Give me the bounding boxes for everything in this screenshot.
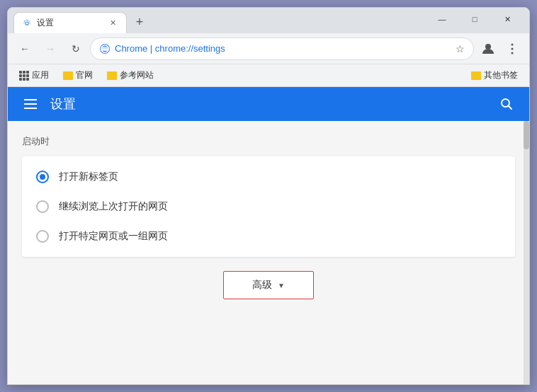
bookmarks-bar: 应用 官网 参考网站 其他书签: [8, 64, 529, 87]
bookmark-others[interactable]: 其他书签: [465, 68, 524, 83]
bookmark-official-label: 官网: [76, 69, 93, 81]
settings-header: 设置: [8, 87, 529, 121]
svg-rect-10: [26, 74, 29, 77]
title-bar: 设置 ✕ + — □ ✕: [8, 8, 529, 33]
bookmark-others-label: 其他书签: [484, 69, 518, 81]
svg-rect-7: [26, 71, 29, 74]
bookmark-official[interactable]: 官网: [57, 68, 98, 83]
folder-icon-others: [471, 71, 481, 80]
settings-content: 启动时 打开新标签页 继续浏览上次打开的网页 打开特定网页或一: [8, 121, 529, 384]
radio-option-2[interactable]: 继续浏览上次打开的网页: [22, 192, 515, 221]
window-controls: — □ ✕: [426, 9, 524, 29]
advanced-button[interactable]: 高级 ▼: [223, 271, 314, 299]
startup-section: 启动时 打开新标签页 继续浏览上次打开的网页 打开特定网页或一: [22, 135, 515, 299]
forward-button[interactable]: →: [39, 38, 62, 60]
minimize-button[interactable]: —: [426, 9, 458, 29]
bookmark-star[interactable]: ☆: [456, 43, 465, 54]
svg-rect-12: [23, 78, 26, 81]
new-tab-button[interactable]: +: [130, 12, 149, 32]
back-button[interactable]: ←: [13, 38, 36, 60]
svg-rect-8: [19, 74, 22, 77]
bookmark-reference[interactable]: 参考网站: [101, 68, 159, 83]
close-button[interactable]: ✕: [491, 9, 524, 29]
nav-actions: [477, 38, 524, 60]
radio-dot-1: [40, 174, 45, 180]
menu-button[interactable]: [501, 38, 524, 60]
svg-rect-5: [19, 71, 22, 74]
tab-close-button[interactable]: ✕: [106, 17, 119, 30]
hamburger-icon: [24, 99, 37, 109]
active-tab[interactable]: 设置 ✕: [13, 12, 127, 33]
navigation-bar: ← → ↻ Chrome | chrome://settings ☆: [8, 33, 529, 64]
scrollbar[interactable]: [524, 121, 529, 384]
radio-option-1[interactable]: 打开新标签页: [22, 162, 515, 192]
hamburger-menu-button[interactable]: [19, 93, 42, 115]
folder-icon-official: [63, 71, 73, 80]
radio-label-1: 打开新标签页: [59, 171, 118, 183]
section-label: 启动时: [22, 135, 515, 148]
radio-option-3[interactable]: 打开特定网页或一组网页: [22, 221, 515, 251]
address-text: Chrome | chrome://settings: [115, 43, 451, 54]
maximize-button[interactable]: □: [458, 9, 491, 29]
advanced-button-label: 高级: [252, 279, 272, 292]
folder-icon-reference: [107, 71, 117, 80]
scrollbar-thumb[interactable]: [524, 121, 529, 149]
settings-search-button[interactable]: [495, 93, 518, 115]
address-bar[interactable]: Chrome | chrome://settings ☆: [90, 38, 474, 60]
svg-point-2: [511, 43, 514, 45]
radio-circle-1: [36, 171, 49, 183]
bookmark-reference-label: 参考网站: [120, 69, 154, 81]
dropdown-arrow-icon: ▼: [278, 282, 285, 289]
site-icon: [99, 43, 111, 54]
svg-rect-9: [23, 74, 26, 77]
profile-button[interactable]: [477, 38, 499, 60]
tab-title: 设置: [37, 17, 102, 29]
settings-header-title: 设置: [50, 96, 76, 113]
advanced-area: 高级 ▼: [22, 271, 515, 299]
svg-rect-11: [19, 78, 22, 81]
startup-options-card: 打开新标签页 继续浏览上次打开的网页 打开特定网页或一组网页: [22, 156, 515, 257]
radio-circle-2: [36, 200, 49, 213]
bookmark-apps[interactable]: 应用: [13, 68, 55, 83]
radio-circle-3: [36, 230, 49, 243]
radio-label-2: 继续浏览上次打开的网页: [59, 200, 168, 213]
refresh-button[interactable]: ↻: [64, 38, 87, 60]
svg-line-15: [509, 106, 512, 110]
browser-window: 设置 ✕ + — □ ✕ ← → ↻ Chrome | chrome://set…: [7, 7, 530, 385]
svg-point-4: [511, 52, 514, 54]
tab-strip: 设置 ✕ +: [13, 12, 426, 33]
tab-favicon: [21, 18, 33, 29]
bookmark-apps-label: 应用: [32, 69, 49, 81]
svg-rect-13: [26, 78, 29, 81]
radio-label-3: 打开特定网页或一组网页: [59, 230, 168, 243]
svg-point-3: [511, 47, 514, 50]
svg-point-1: [485, 44, 491, 50]
svg-rect-6: [23, 71, 26, 74]
